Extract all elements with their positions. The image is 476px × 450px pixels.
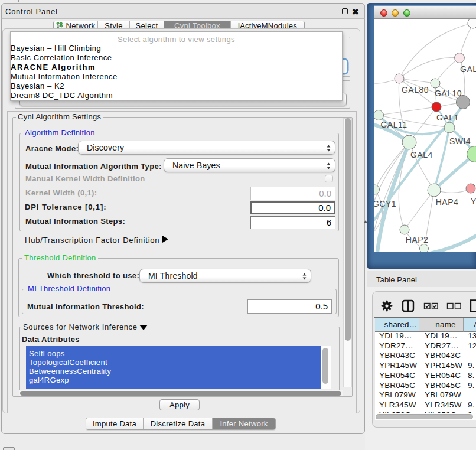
svg-text:HAP2: HAP2 bbox=[406, 235, 429, 244]
svg-text:GCY1: GCY1 bbox=[374, 199, 396, 208]
svg-text:GAL2: GAL2 bbox=[460, 64, 476, 74]
svg-text:GAL10: GAL10 bbox=[435, 89, 462, 98]
svg-text:GAL80: GAL80 bbox=[402, 85, 429, 94]
svg-text:GAL11: GAL11 bbox=[380, 120, 407, 129]
svg-text:HAP4: HAP4 bbox=[436, 197, 459, 207]
svg-text:Y: Y bbox=[471, 197, 476, 206]
svg-text:GAL1: GAL1 bbox=[436, 113, 459, 122]
svg-text:SWI4: SWI4 bbox=[449, 136, 471, 146]
svg-text:GAL4: GAL4 bbox=[410, 150, 433, 159]
